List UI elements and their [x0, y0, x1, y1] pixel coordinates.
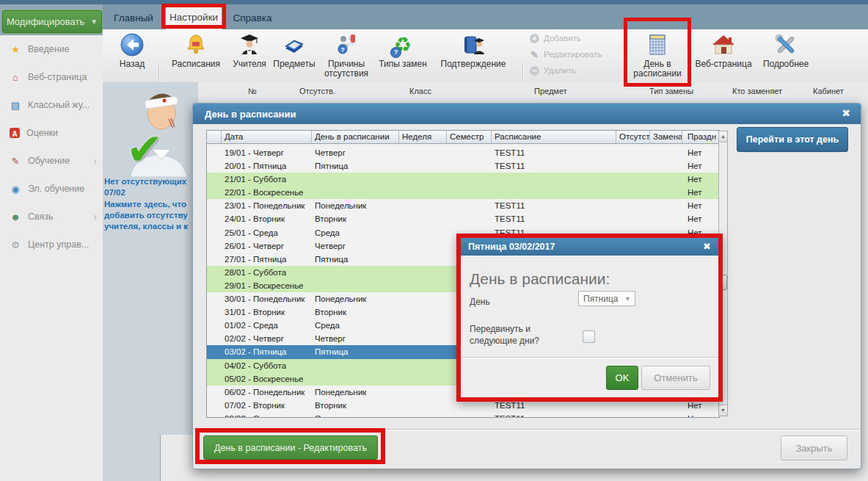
sidebar-item[interactable]: Оценки — [0, 119, 103, 147]
row-date: 07/02 - Вторник — [222, 399, 312, 412]
cancel-button[interactable]: Отменить — [641, 366, 710, 390]
row-date: 21/01 - Суббота — [222, 173, 312, 186]
schedules-button[interactable]: Расписания — [164, 32, 227, 80]
move-following-days-checkbox[interactable] — [583, 330, 595, 343]
edit-day-dialog: Пятница 03/02/2017 ✖ День в расписании: … — [461, 238, 718, 397]
table-row[interactable]: 24/01 - Вторник Вторник TEST11 Нет — [207, 212, 719, 225]
svg-text:?: ? — [340, 46, 345, 54]
schedules-bell-icon — [183, 32, 208, 58]
subjects-button[interactable]: Предметы — [271, 32, 317, 80]
goto-day-button[interactable]: Перейти в этот день — [737, 127, 848, 152]
toolbar-disabled-group: Добавить Редактировать Удалить — [530, 32, 602, 76]
tab-help[interactable]: Справка — [227, 7, 277, 29]
column-schedule[interactable]: Расписание — [492, 131, 616, 144]
sidebar-item-label: Эл. обучение — [28, 184, 84, 194]
column-semester[interactable]: Семестр — [447, 131, 492, 144]
row-date: 25/01 - Среда — [222, 226, 312, 239]
toolbar-disabled-item: Редактировать — [530, 48, 602, 60]
row-day: Пятница — [312, 159, 399, 173]
sidebar-item[interactable]: Обучение › — [0, 147, 103, 175]
close-icon[interactable]: ✖ — [842, 107, 850, 119]
sidebar-item[interactable]: Центр управ... — [0, 231, 103, 258]
column-substitution[interactable]: Замена — [650, 131, 682, 144]
modal-header[interactable]: День в расписании ✖ — [193, 104, 861, 124]
column-week[interactable]: Неделя — [399, 131, 447, 144]
row-holiday: Нет — [682, 199, 719, 212]
tab-settings[interactable]: Настройки — [166, 6, 222, 29]
table-row[interactable]: 19/01 - Четверг Четверг TEST11 Нет — [207, 146, 719, 159]
row-day: Среда — [312, 226, 399, 239]
edit-icon — [530, 50, 539, 59]
column-day-in-schedule[interactable]: День в расписании — [312, 131, 399, 144]
absence-reasons-icon: ? — [334, 32, 359, 58]
day-in-schedule-icon — [645, 32, 670, 58]
sidebar-item-label: Классный жу... — [28, 100, 90, 110]
confirmation-button[interactable]: Подтверждение — [431, 32, 515, 80]
day-select[interactable]: Пятница ▼ — [578, 291, 635, 306]
row-date: 24/01 - Вторник — [222, 212, 312, 225]
row-date: 08/02 - Среда — [222, 412, 312, 418]
ok-button[interactable]: OK — [606, 366, 638, 390]
dialog-header[interactable]: Пятница 03/02/2017 ✖ — [461, 238, 718, 256]
row-date: 27/01 - Пятница — [222, 253, 312, 266]
row-holiday: Нет — [682, 146, 719, 159]
column-absent[interactable]: Отсутст — [616, 131, 650, 144]
contact-icon — [10, 211, 21, 223]
row-date: 03/02 - Пятница — [222, 345, 312, 358]
sidebar-item[interactable]: Связь › — [0, 203, 103, 231]
dialog-heading: День в расписании: — [470, 270, 610, 288]
web-page-button[interactable]: Веб-страница — [691, 32, 756, 80]
row-day — [312, 359, 399, 372]
row-schedule — [492, 173, 616, 186]
row-date: 04/02 - Суббота — [222, 359, 312, 372]
row-day: Среда — [312, 412, 399, 418]
day-in-schedule-button[interactable]: День в расписании — [627, 32, 688, 80]
application-window: Модифицировать ▼ Главный Настройки Справ… — [0, 0, 868, 481]
row-schedule: TEST11 — [492, 159, 616, 173]
training-icon — [10, 156, 21, 167]
back-button[interactable]: Назад — [112, 32, 153, 80]
chevron-right-icon: › — [93, 155, 97, 167]
sidebar-item-label: Связь — [28, 211, 54, 222]
row-holiday: Нет — [682, 173, 719, 186]
day-select-value: Пятница — [583, 294, 619, 304]
row-day — [312, 186, 399, 199]
close-icon[interactable]: ✖ — [703, 241, 711, 252]
sidebar-item[interactable]: Введение — [0, 35, 103, 63]
column-holiday[interactable]: Праздн — [682, 131, 719, 144]
bg-column-absent: Отсутств. — [299, 87, 335, 95]
edit-day-button[interactable]: День в расписании - Редактировать — [203, 435, 378, 460]
bg-column-substitution-type: Тип замены — [649, 87, 693, 95]
day-field-label: День — [470, 297, 490, 307]
row-date: 26/01 - Четверг — [222, 239, 312, 253]
sidebar-item[interactable]: Эл. обучение — [0, 175, 103, 203]
substitution-types-button[interactable]: ♻? Типы замен — [376, 32, 430, 80]
move-following-days-label: Передвинуть и следующие дни? — [470, 323, 556, 347]
tab-main[interactable]: Главный — [110, 7, 157, 29]
more-details-button[interactable]: Подробнее — [759, 32, 813, 80]
control-icon — [10, 239, 21, 250]
close-modal-button[interactable]: Закрыть — [781, 435, 847, 460]
row-day: Пятница — [312, 253, 399, 266]
sidebar-item[interactable]: Веб-страница — [0, 63, 103, 91]
row-date: 20/01 - Пятница — [222, 159, 312, 173]
row-day: Пятница — [312, 345, 399, 358]
teachers-button[interactable]: Учителя — [229, 32, 270, 80]
sidebar-item[interactable]: Классный жу... — [0, 91, 103, 119]
row-holiday: Нет — [682, 412, 719, 418]
info-message-line: 07/02 — [104, 187, 194, 198]
absence-reasons-button[interactable]: ? Причины отсутствия — [318, 32, 374, 80]
table-row[interactable]: 20/01 - Пятница Пятница TEST11 Нет — [207, 159, 719, 173]
table-row[interactable]: 23/01 - Понедельник Понедельник TEST11 Н… — [207, 199, 719, 212]
column-date[interactable]: Дата — [222, 131, 312, 144]
row-schedule — [492, 186, 616, 199]
table-row[interactable]: 21/01 - Суббота Нет — [207, 173, 719, 186]
info-message[interactable]: Нет отсутствующих07/02Нажмите здесь, что… — [104, 176, 194, 235]
modify-dropdown-button[interactable]: Модифицировать ▼ — [1, 10, 103, 34]
scroll-up-icon[interactable]: ▲ — [719, 131, 727, 142]
table-row[interactable]: 22/01 - Воскресенье Нет — [207, 186, 719, 199]
scroll-down-icon[interactable]: ▼ — [719, 405, 727, 416]
chevron-down-icon: ▼ — [90, 18, 98, 26]
table-row[interactable]: 08/02 - Среда Среда TEST11 Нет — [207, 412, 719, 418]
sidebar-item-label: Оценки — [26, 128, 58, 138]
